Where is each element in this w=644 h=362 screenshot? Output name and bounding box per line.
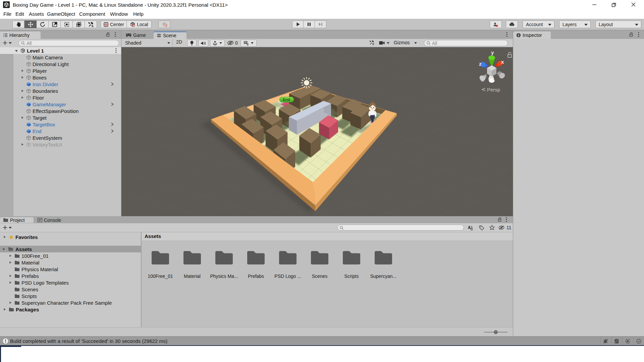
svg-text:z: z [479,61,482,67]
svg-text:x: x [501,59,504,65]
svg-text:End: End [283,98,290,102]
svg-text:y: y [491,50,494,55]
svg-text:Persp: Persp [487,87,500,93]
